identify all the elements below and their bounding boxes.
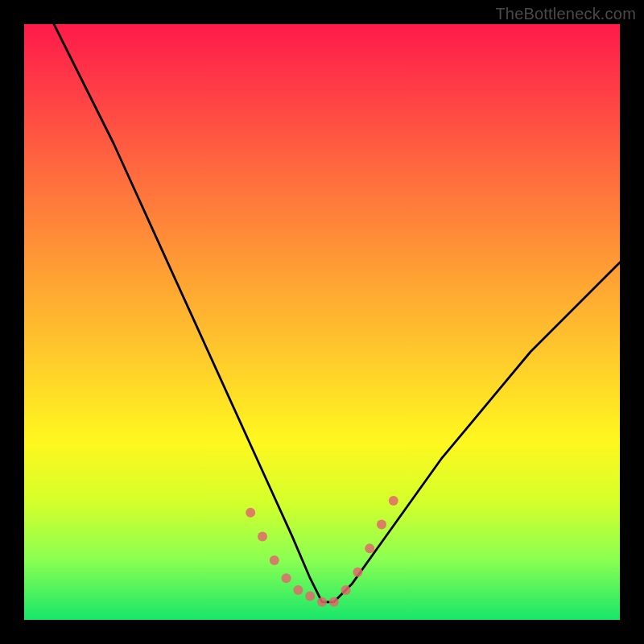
bottleneck-curve <box>24 24 620 602</box>
marker-dot <box>270 555 279 565</box>
curve-svg <box>24 24 620 620</box>
marker-dot <box>341 585 351 595</box>
marker-dot <box>246 508 255 518</box>
marker-dot <box>377 520 386 530</box>
attribution-label: TheBottleneck.com <box>495 5 636 23</box>
marker-dot <box>317 597 327 607</box>
marker-dot <box>389 496 398 506</box>
marker-dot <box>353 568 362 577</box>
marker-dot <box>365 543 374 553</box>
marker-dot <box>282 573 291 583</box>
marker-dot <box>305 591 315 601</box>
plot-area <box>24 24 620 620</box>
chart-frame: TheBottleneck.com <box>0 0 644 644</box>
marker-dot <box>329 597 339 607</box>
marker-dot <box>258 531 267 541</box>
marker-dot <box>293 585 303 595</box>
